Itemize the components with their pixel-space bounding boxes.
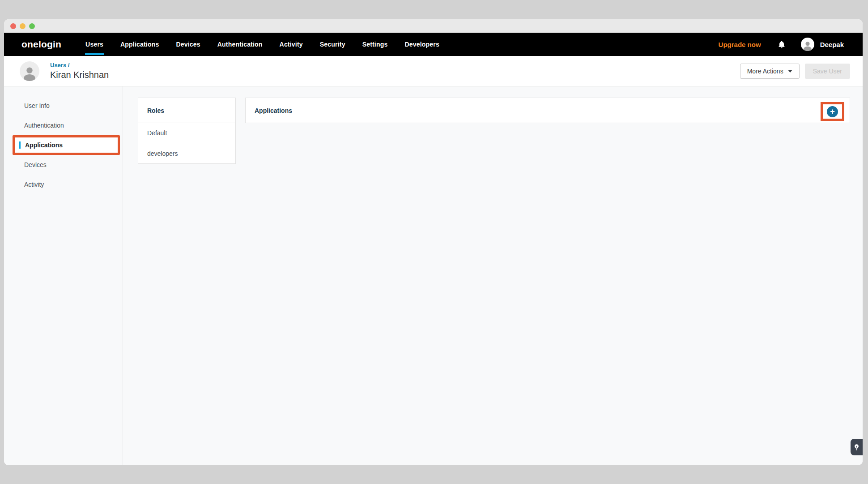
role-row-default[interactable]: Default [138, 123, 235, 143]
sidebar-item-user-info[interactable]: User Info [4, 96, 123, 116]
maximize-window-button[interactable] [29, 23, 35, 29]
header-actions: More Actions Save User [740, 64, 850, 79]
profile-avatar [20, 61, 39, 81]
sidebar-item-authentication[interactable]: Authentication [4, 116, 123, 135]
primary-navigation: Users Applications Devices Authenticatio… [85, 33, 439, 56]
sidebar-item-applications-label: Applications [25, 141, 63, 149]
onelogin-logo: onelogin [21, 39, 61, 50]
nav-tab-developers[interactable]: Developers [404, 33, 439, 56]
chevron-down-icon [788, 70, 792, 73]
nav-tab-applications[interactable]: Applications [120, 33, 159, 56]
save-user-label: Save User [813, 68, 842, 75]
sidebar-item-activity[interactable]: Activity [4, 175, 123, 194]
add-application-annotation-box: + [821, 102, 844, 121]
add-application-button[interactable]: + [827, 106, 838, 117]
page-title-block: Users / Kiran Krishnan [50, 62, 109, 80]
nav-tab-users[interactable]: Users [85, 33, 103, 56]
sidebar-item-devices[interactable]: Devices [4, 155, 123, 175]
applications-panel: Applications + [245, 98, 850, 123]
navbar-right-cluster: Upgrade now Deepak [719, 38, 844, 51]
nav-tab-settings[interactable]: Settings [362, 33, 388, 56]
upgrade-now-link[interactable]: Upgrade now [719, 41, 761, 48]
page-header: Users / Kiran Krishnan More Actions Save… [4, 56, 863, 86]
role-row-developers[interactable]: developers [138, 143, 235, 163]
top-navbar: onelogin Users Applications Devices Auth… [4, 33, 863, 56]
minimize-window-button[interactable] [20, 23, 26, 29]
help-lightbulb-tab[interactable] [851, 439, 863, 455]
user-section-sidebar: User Info Authentication Applications De… [4, 86, 123, 465]
nav-tab-devices[interactable]: Devices [176, 33, 200, 56]
more-actions-label: More Actions [747, 68, 783, 75]
sidebar-item-applications[interactable]: Applications [13, 135, 120, 155]
active-indicator-bar [19, 141, 21, 149]
more-actions-button[interactable]: More Actions [740, 64, 800, 79]
user-menu[interactable]: Deepak [820, 41, 844, 48]
roles-panel-title: Roles [138, 98, 235, 123]
applications-panel-title: Applications [246, 107, 292, 114]
content-area: User Info Authentication Applications De… [4, 86, 863, 465]
window-titlebar [4, 19, 863, 33]
user-avatar-icon[interactable] [801, 38, 814, 51]
page-title: Kiran Krishnan [50, 70, 109, 80]
notifications-bell-icon[interactable] [777, 39, 786, 49]
lightbulb-icon [853, 444, 860, 450]
sidebar-item-applications-row: Applications [4, 135, 123, 155]
nav-tab-activity[interactable]: Activity [280, 33, 303, 56]
breadcrumb[interactable]: Users / [50, 62, 109, 69]
app-window: onelogin Users Applications Devices Auth… [4, 19, 863, 465]
save-user-button: Save User [805, 64, 850, 79]
nav-tab-authentication[interactable]: Authentication [217, 33, 263, 56]
close-window-button[interactable] [10, 23, 16, 29]
nav-tab-security[interactable]: Security [320, 33, 345, 56]
roles-panel: Roles Default developers [138, 98, 236, 164]
